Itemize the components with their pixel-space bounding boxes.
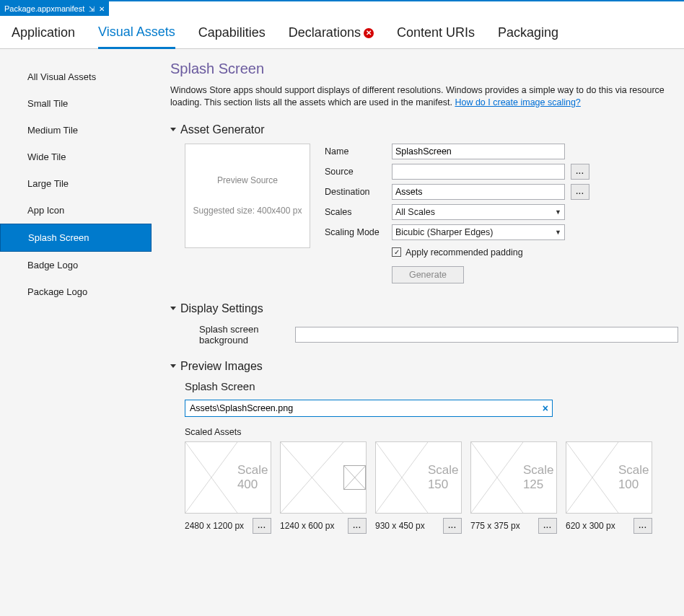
name-input[interactable] (392, 144, 565, 159)
scale-card: Scale 125775 x 375 px... (470, 441, 557, 534)
sidebar-item-medium-tile[interactable]: Medium Tile (0, 117, 152, 144)
tab-label: Declarations (289, 25, 361, 40)
padding-checkbox[interactable]: ✓ (392, 247, 401, 257)
preview-images-header[interactable]: Preview Images (170, 360, 678, 373)
scale-label: Scale 125 (523, 463, 556, 492)
scale-preview-box[interactable]: Scale 400 (185, 441, 271, 514)
source-input[interactable] (392, 164, 565, 180)
sidebar-item-all-visual-assets[interactable]: All Visual Assets (0, 63, 152, 90)
scales-row: Scale 4002480 x 1200 px...1240 x 600 px.… (185, 441, 678, 534)
ellipsis-icon: ... (258, 522, 266, 529)
document-tab[interactable]: Package.appxmanifest ⇲ ✕ (0, 1, 109, 16)
sidebar: All Visual Assets Small Tile Medium Tile… (0, 49, 152, 613)
scale-browse-button[interactable]: ... (348, 518, 367, 534)
scale-browse-button[interactable]: ... (253, 518, 271, 534)
scale-card: Scale 4002480 x 1200 px... (185, 441, 271, 534)
sidebar-item-package-logo[interactable]: Package Logo (0, 278, 152, 305)
scale-preview-box[interactable]: Scale 150 (375, 441, 462, 514)
error-icon: ✕ (364, 28, 374, 38)
destination-label: Destination (325, 187, 386, 197)
display-settings-header[interactable]: Display Settings (170, 302, 678, 315)
tab-application[interactable]: Application (12, 25, 75, 48)
scale-browse-button[interactable]: ... (538, 518, 557, 534)
sidebar-item-small-tile[interactable]: Small Tile (0, 90, 152, 117)
ellipsis-icon: ... (576, 167, 584, 175)
pin-icon[interactable]: ⇲ (89, 5, 95, 13)
tab-label: Capabilities (198, 25, 266, 40)
chevron-down-icon (170, 128, 176, 131)
source-browse-button[interactable]: ... (571, 164, 589, 180)
top-nav-tabs: Application Visual Assets Capabilities D… (0, 16, 684, 49)
sidebar-item-app-icon[interactable]: App Icon (0, 197, 152, 224)
source-label: Source (325, 167, 386, 177)
document-tab-strip: Package.appxmanifest ⇲ ✕ (0, 0, 684, 16)
sidebar-item-large-tile[interactable]: Large Tile (0, 170, 152, 197)
scales-select[interactable]: All Scales▼ (392, 204, 565, 220)
sidebar-item-label: Small Tile (27, 98, 68, 109)
sidebar-item-label: Package Logo (27, 286, 87, 297)
sidebar-item-label: Medium Tile (27, 125, 78, 136)
sidebar-item-label: App Icon (27, 205, 64, 216)
scale-preview-box[interactable] (280, 441, 367, 514)
sidebar-item-label: Splash Screen (28, 232, 89, 243)
tab-visual-assets[interactable]: Visual Assets (98, 25, 175, 49)
sidebar-item-badge-logo[interactable]: Badge Logo (0, 252, 152, 278)
chevron-down-icon (170, 307, 176, 310)
preview-source-box[interactable]: Preview Source Suggested size: 400x400 p… (185, 144, 310, 248)
ellipsis-icon: ... (576, 188, 584, 195)
scale-browse-button[interactable]: ... (443, 518, 462, 534)
page-title: Splash Screen (170, 61, 678, 77)
name-label: Name (325, 146, 386, 157)
asset-generator-header[interactable]: Asset Generator (170, 123, 678, 136)
scaled-assets-label: Scaled Assets (185, 427, 678, 437)
destination-input[interactable] (392, 184, 565, 200)
tab-label: Packaging (498, 25, 558, 40)
scale-browse-button[interactable]: ... (633, 518, 652, 534)
description-text: Windows Store apps should support displa… (170, 85, 665, 107)
section-header-label: Display Settings (180, 302, 263, 315)
scale-label: Scale 100 (618, 463, 652, 492)
tab-content-uris[interactable]: Content URIs (397, 25, 475, 48)
padding-label: Apply recommended padding (405, 247, 523, 258)
scale-dimension: 2480 x 1200 px (185, 521, 244, 531)
sidebar-item-label: All Visual Assets (27, 71, 96, 82)
preview-line1: Preview Source (217, 175, 278, 185)
clear-icon[interactable]: × (543, 402, 548, 414)
content-area: Splash Screen Windows Store apps should … (152, 49, 684, 613)
tab-declarations[interactable]: Declarations✕ (289, 25, 374, 48)
help-link[interactable]: How do I create image scaling? (455, 97, 580, 107)
scaling-mode-select[interactable]: Bicubic (Sharper Edges)▼ (392, 224, 565, 240)
page-description: Windows Store apps should support displa… (170, 84, 678, 109)
sidebar-item-wide-tile[interactable]: Wide Tile (0, 144, 152, 170)
generate-button[interactable]: Generate (392, 266, 464, 283)
sidebar-item-label: Wide Tile (27, 151, 66, 162)
ellipsis-icon: ... (543, 522, 551, 529)
scales-label: Scales (325, 207, 386, 217)
chevron-down-icon (170, 364, 176, 368)
select-value: All Scales (395, 207, 435, 217)
tab-label: Content URIs (397, 25, 475, 40)
splash-bg-input[interactable] (295, 327, 678, 343)
scale-dimension: 620 x 300 px (566, 521, 615, 531)
sidebar-item-label: Badge Logo (27, 260, 78, 270)
sidebar-item-splash-screen[interactable]: Splash Screen (0, 224, 152, 252)
mini-preview (343, 465, 366, 490)
tab-packaging[interactable]: Packaging (498, 25, 558, 48)
splash-path-input[interactable] (185, 400, 553, 417)
ellipsis-icon: ... (353, 522, 361, 529)
close-icon[interactable]: ✕ (99, 5, 105, 13)
tab-capabilities[interactable]: Capabilities (198, 25, 266, 48)
scale-card: Scale 100620 x 300 px... (566, 441, 652, 534)
scale-label: Scale 400 (237, 463, 271, 492)
tab-label: Visual Assets (98, 25, 175, 40)
destination-browse-button[interactable]: ... (571, 184, 589, 200)
scale-card: Scale 150930 x 450 px... (375, 441, 462, 534)
preview-subheader: Splash Screen (185, 380, 678, 392)
splash-bg-label: Splash screen background (199, 324, 288, 346)
document-tab-title: Package.appxmanifest (4, 4, 84, 13)
scale-preview-box[interactable]: Scale 125 (470, 441, 557, 514)
scale-dimension: 930 x 450 px (375, 521, 425, 531)
sidebar-item-label: Large Tile (27, 178, 69, 189)
dropdown-icon: ▼ (555, 229, 561, 236)
scale-preview-box[interactable]: Scale 100 (566, 441, 652, 514)
